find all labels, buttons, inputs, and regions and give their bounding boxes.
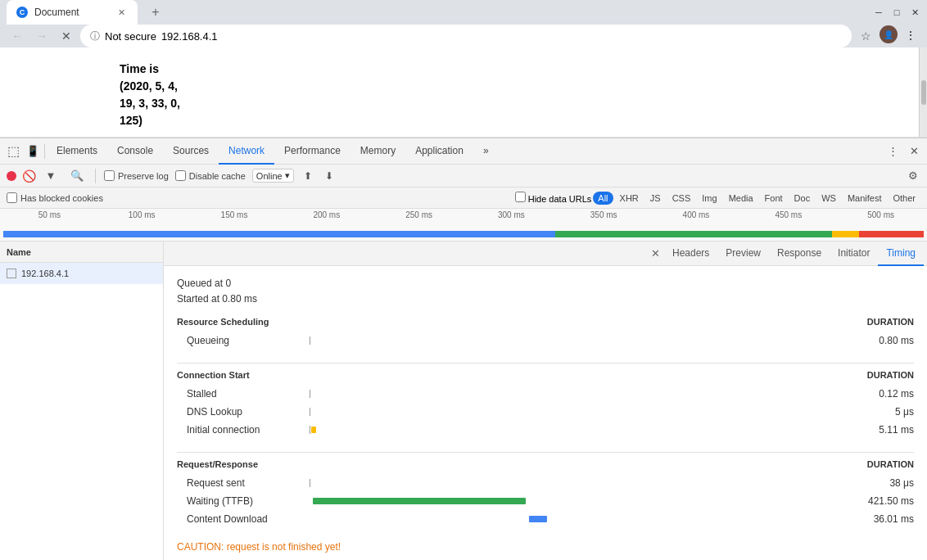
filter-font[interactable]: Font <box>760 192 788 205</box>
stalled-row: Stalled 0.12 ms <box>177 385 914 403</box>
tab-memory[interactable]: Memory <box>350 138 405 165</box>
waiting-duration: 421.50 ms <box>848 495 914 507</box>
devtools-more-button[interactable]: ⋮ <box>883 142 902 161</box>
tab-close-button[interactable]: ✕ <box>115 6 128 19</box>
filter-button[interactable]: ▼ <box>41 166 61 186</box>
more-options-button[interactable]: ⋮ <box>901 25 920 45</box>
timeline-label-50: 50 ms <box>3 210 96 219</box>
filter-other[interactable]: Other <box>888 192 920 205</box>
clear-button[interactable]: 🚫 <box>23 170 34 182</box>
resource-scheduling-title: Resource Scheduling <box>177 317 848 327</box>
filter-separator <box>95 169 96 183</box>
scrollbar-handle[interactable] <box>921 80 926 105</box>
item-checkbox[interactable] <box>7 269 16 278</box>
timeline-green <box>555 231 831 237</box>
stalled-bar <box>310 389 848 399</box>
hide-data-urls-input[interactable] <box>515 192 526 202</box>
resource-duration-label: DURATION <box>848 317 914 327</box>
network-item[interactable]: 192.168.4.1 <box>0 263 163 284</box>
disable-cache-input[interactable] <box>175 170 186 181</box>
url-display: 192.168.4.1 <box>161 30 218 43</box>
disable-cache-checkbox[interactable]: Disable cache <box>175 170 246 181</box>
security-icon: ⓘ <box>90 29 100 43</box>
timeline-labels: 50 ms 100 ms 150 ms 200 ms 250 ms 300 ms… <box>0 210 927 219</box>
scrollbar[interactable] <box>919 47 927 137</box>
browser-tab[interactable]: C Document ✕ <box>7 0 138 25</box>
reload-button[interactable]: ✕ <box>56 25 77 47</box>
import-button[interactable]: ⬆ <box>301 169 315 183</box>
devtools-panel: ⬚ 📱 Elements Console Sources Network Per… <box>0 138 927 560</box>
export-button[interactable]: ⬇ <box>322 169 337 183</box>
maximize-button[interactable]: □ <box>891 7 902 18</box>
inspect-element-button[interactable]: ⬚ <box>3 142 23 161</box>
request-sent-row: Request sent 38 μs <box>177 474 914 492</box>
forward-button[interactable]: → <box>31 25 52 47</box>
filter-all[interactable]: All <box>593 192 613 205</box>
page-content: Time is(2020, 5, 4,19, 3, 33, 0,125) <box>106 47 919 137</box>
started-at: Started at 0.80 ms <box>177 291 914 307</box>
throttle-select[interactable]: Online ▾ <box>252 169 294 183</box>
timing-content: Queued at 0 Started at 0.80 ms Resource … <box>164 266 927 560</box>
close-button[interactable]: ✕ <box>909 7 920 18</box>
blocked-cookies-input[interactable] <box>7 192 17 203</box>
bookmark-button[interactable]: ☆ <box>855 25 876 47</box>
back-button[interactable]: ← <box>7 25 28 47</box>
device-toolbar-button[interactable]: 📱 <box>23 142 43 161</box>
page-text: Time is(2020, 5, 4,19, 3, 33, 0,125) <box>120 61 906 129</box>
tab-icon: C <box>16 7 28 18</box>
chevron-down-icon: ▾ <box>285 170 290 181</box>
tab-more[interactable]: » <box>473 138 499 165</box>
tab-console[interactable]: Console <box>107 138 163 165</box>
filter-css[interactable]: CSS <box>667 192 696 205</box>
tab-elements[interactable]: Elements <box>47 138 107 165</box>
timeline-label-300: 300 ms <box>465 210 558 219</box>
tab-response[interactable]: Response <box>769 242 830 266</box>
tab-performance[interactable]: Performance <box>274 138 350 165</box>
search-button[interactable]: 🔍 <box>67 166 87 186</box>
tab-initiator[interactable]: Initiator <box>830 242 878 266</box>
timing-meta: Queued at 0 Started at 0.80 ms <box>177 276 914 307</box>
hide-data-urls-checkbox[interactable]: Hide data URLs <box>515 192 592 204</box>
connection-start-title: Connection Start <box>177 370 848 380</box>
request-sent-label: Request sent <box>187 477 310 489</box>
resource-scheduling-header: Resource Scheduling DURATION <box>177 317 914 327</box>
new-tab-button[interactable]: + <box>144 1 167 24</box>
address-bar[interactable]: ⓘ Not secure 192.168.4.1 <box>80 25 852 47</box>
devtools-close-button[interactable]: ✕ <box>904 142 924 161</box>
preserve-log-input[interactable] <box>104 170 115 181</box>
filter-js[interactable]: JS <box>645 192 666 205</box>
minimize-button[interactable]: ─ <box>873 7 884 18</box>
detail-tab-bar: ✕ Headers Preview Response Initiator Tim… <box>164 242 927 266</box>
queueing-label: Queueing <box>187 335 310 346</box>
settings-button[interactable]: ⚙ <box>906 169 920 183</box>
preserve-log-checkbox[interactable]: Preserve log <box>104 170 169 181</box>
stalled-label: Stalled <box>187 388 310 400</box>
filter-img[interactable]: Img <box>697 192 721 205</box>
window-controls: ─ □ ✕ <box>873 7 920 18</box>
dns-label: DNS Lookup <box>187 406 310 418</box>
profile-avatar[interactable]: 👤 <box>880 25 898 43</box>
tab-timing[interactable]: Timing <box>878 242 924 266</box>
timeline-label-150: 150 ms <box>188 210 281 219</box>
filter-ws[interactable]: WS <box>816 192 841 205</box>
record-button[interactable] <box>7 171 16 181</box>
timeline-label-500: 500 ms <box>834 210 927 219</box>
timeline-label-200: 200 ms <box>280 210 373 219</box>
waiting-label: Waiting (TTFB) <box>187 495 310 507</box>
tab-network[interactable]: Network <box>219 138 274 165</box>
tab-sources[interactable]: Sources <box>163 138 219 165</box>
tab-preview[interactable]: Preview <box>717 242 769 266</box>
filter-manifest[interactable]: Manifest <box>843 192 887 205</box>
filter-xhr[interactable]: XHR <box>615 192 644 205</box>
detail-panel: ✕ Headers Preview Response Initiator Tim… <box>164 242 927 560</box>
tab-headers[interactable]: Headers <box>664 242 717 266</box>
detail-close-button[interactable]: ✕ <box>648 246 664 262</box>
stalled-marker <box>310 390 310 398</box>
initial-connection-bar <box>310 425 848 435</box>
request-sent-bar <box>310 478 848 488</box>
timeline-label-100: 100 ms <box>96 210 188 219</box>
blocked-cookies-checkbox[interactable]: Has blocked cookies <box>7 192 103 203</box>
filter-doc[interactable]: Doc <box>789 192 816 205</box>
filter-media[interactable]: Media <box>724 192 758 205</box>
tab-application[interactable]: Application <box>405 138 473 165</box>
